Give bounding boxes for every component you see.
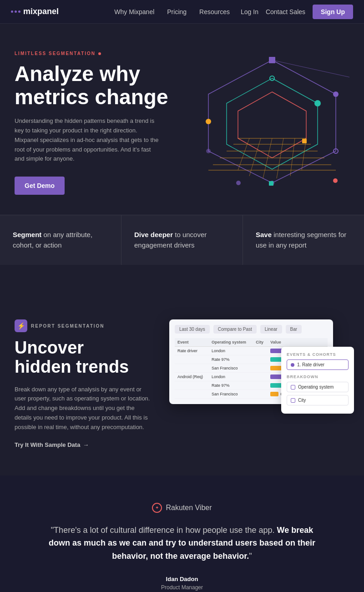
breakdown-city-icon: [291, 398, 295, 403]
nav-link-pricing[interactable]: Pricing: [167, 8, 187, 15]
login-link[interactable]: Log In: [241, 8, 258, 15]
col-value: Value: [268, 338, 328, 347]
col-os: Operating system: [209, 338, 253, 347]
nav-item-pricing[interactable]: Pricing: [167, 8, 187, 16]
segmentation-section: ⚡ REPORT SEGMENTATION Uncover hidden tre…: [0, 292, 364, 476]
signup-button[interactable]: Sign Up: [313, 5, 353, 19]
hero-title-line1: Analyze why: [15, 62, 140, 86]
hero-content: LIMITLESS SEGMENTATION Analyze why metri…: [15, 51, 178, 195]
svg-point-21: [314, 100, 321, 106]
cell-event: Android (Req): [175, 373, 209, 381]
rakuten-inner-icon: ✦: [155, 505, 159, 510]
hero-graphic: [187, 51, 349, 197]
cell-event: [175, 381, 209, 390]
nav-item-why-mixpanel[interactable]: Why Mixpanel: [114, 8, 154, 16]
col-event: Event: [175, 338, 209, 347]
bar-button[interactable]: Bar: [286, 325, 302, 334]
hero-description: Understanding the hidden patterns beneat…: [15, 116, 160, 164]
feature-dive: Dive deeper to uncover engagement driver…: [121, 215, 243, 265]
col-city: City: [253, 338, 268, 347]
cell-event: [175, 390, 209, 399]
segmentation-tag-text: REPORT SEGMENTATION: [31, 324, 105, 329]
dashboard-header: Last 30 days Compare to Past Linear Bar: [175, 325, 328, 334]
feature-segment: Segment on any attribute, cohort, or act…: [0, 215, 121, 265]
nav-actions: Log In Contact Sales Sign Up: [241, 5, 353, 19]
cell-event: Rate driver: [175, 347, 209, 355]
bar-chart: [270, 392, 278, 396]
event-item[interactable]: 1. Rate driver: [287, 359, 349, 370]
svg-point-27: [333, 178, 338, 183]
breakdown-section-title: BREAKDOWN: [287, 374, 349, 379]
event-dot: [291, 363, 294, 367]
logo-dots: [11, 10, 20, 13]
cell-event: [175, 355, 209, 364]
testimonial-quote: "There's a lot of cultural difference in…: [46, 524, 318, 563]
breakdown-city-label: City: [298, 398, 306, 403]
logo-dot-1: [11, 10, 13, 13]
lightning-icon: ⚡: [17, 322, 25, 329]
segmentation-tag: ⚡ REPORT SEGMENTATION: [15, 319, 151, 332]
try-sample-data-link[interactable]: Try It With Sample Data →: [15, 441, 151, 448]
svg-line-10: [249, 138, 261, 176]
rakuten-logo: ✦ Rakuten Viber: [15, 503, 349, 513]
svg-rect-26: [269, 181, 273, 186]
feature-dive-bold: Dive deeper: [134, 231, 173, 238]
event-item-label: 1. Rate driver: [297, 362, 324, 367]
features-strip: Segment on any attribute, cohort, or act…: [0, 215, 364, 265]
svg-point-17: [333, 91, 339, 97]
linear-button[interactable]: Linear: [260, 325, 282, 334]
cell-city: [253, 390, 268, 399]
get-demo-button[interactable]: Get Demo: [15, 177, 65, 195]
navigation: mixpanel Why Mixpanel Pricing Resources …: [0, 0, 364, 24]
contact-sales-link[interactable]: Contact Sales: [266, 8, 305, 15]
breakdown-os[interactable]: Operating system: [287, 382, 349, 392]
spacer-1: [0, 265, 364, 292]
cell-city: [253, 347, 268, 355]
compare-button[interactable]: Compare to Past: [213, 325, 257, 334]
segmentation-title: Uncover hidden trends: [15, 339, 151, 377]
hero-title: Analyze why metrics change: [15, 62, 178, 108]
svg-line-9: [238, 138, 249, 170]
cell-os: Rate 97%: [209, 355, 253, 364]
quote-start: "There's a lot of cultural difference in…: [51, 526, 275, 535]
seg-title-line2: hidden trends: [15, 357, 129, 376]
segmentation-description: Break down any type of analysis by any e…: [15, 385, 151, 432]
svg-rect-16: [269, 57, 275, 63]
nav-links: Why Mixpanel Pricing Resources: [114, 8, 230, 16]
table-header-row: Event Operating system City Value: [175, 338, 328, 347]
logo-text: mixpanel: [23, 7, 59, 16]
feature-save: Save interesting segments for use in any…: [243, 215, 364, 265]
feature-segment-bold: Segment: [13, 231, 41, 238]
cell-event: [175, 364, 209, 373]
cell-os: London: [209, 373, 253, 381]
try-sample-data-text: Try It With Sample Data: [15, 441, 80, 448]
nav-item-resources[interactable]: Resources: [199, 8, 230, 16]
cell-city: [253, 373, 268, 381]
nav-link-resources[interactable]: Resources: [199, 8, 230, 15]
svg-point-20: [206, 149, 211, 153]
breakdown-panel: EVENTS & COHORTS 1. Rate driver BREAKDOW…: [281, 347, 354, 414]
hero-tag: LIMITLESS SEGMENTATION: [15, 51, 178, 56]
arrow-icon: →: [83, 441, 89, 448]
svg-point-28: [206, 119, 211, 124]
date-filter-button[interactable]: Last 30 days: [175, 325, 210, 334]
cell-city: [253, 364, 268, 373]
nav-link-why-mixpanel[interactable]: Why Mixpanel: [114, 8, 154, 15]
logo[interactable]: mixpanel: [11, 7, 59, 16]
cell-os: London: [209, 347, 253, 355]
cell-os: Rate 97%: [209, 381, 253, 390]
hero-title-line2: metrics change: [15, 85, 168, 109]
svg-rect-24: [302, 139, 307, 143]
testimonial-author-role: Product Manager: [15, 584, 349, 591]
breakdown-city[interactable]: City: [287, 395, 349, 405]
svg-marker-2: [238, 92, 306, 158]
segmentation-graphic: Last 30 days Compare to Past Linear Bar …: [169, 319, 349, 404]
cell-os: San Francisco: [209, 390, 253, 399]
cell-os: San Francisco: [209, 364, 253, 373]
feature-save-bold: Save: [256, 231, 272, 238]
seg-title-line1: Uncover: [15, 338, 84, 357]
rakuten-circle-icon: ✦: [152, 503, 162, 513]
segmentation-content: ⚡ REPORT SEGMENTATION Uncover hidden tre…: [15, 319, 151, 448]
quote-end: ": [249, 552, 252, 561]
breakdown-os-label: Operating system: [298, 385, 334, 390]
